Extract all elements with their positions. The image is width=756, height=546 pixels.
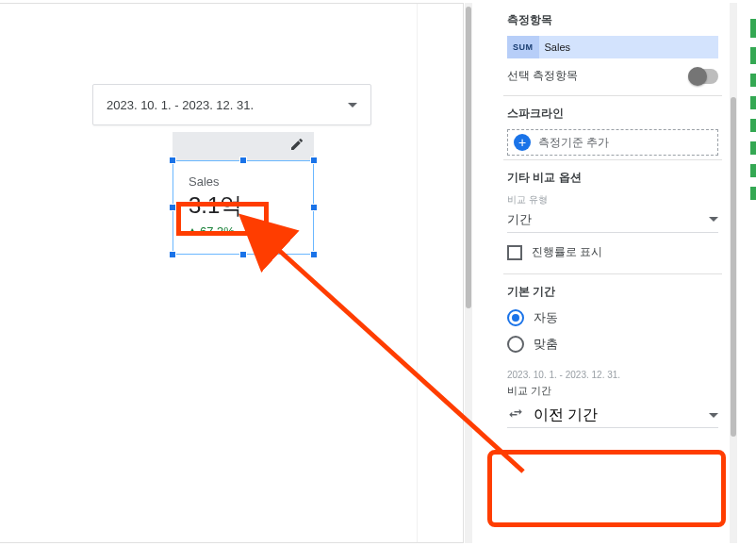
resize-handle[interactable] [310,157,318,164]
plus-icon: + [514,134,531,151]
panel-scrollbar[interactable] [730,3,737,543]
resize-handle[interactable] [239,251,247,258]
chevron-down-icon [709,413,718,418]
resize-handle[interactable] [310,204,318,211]
scorecard-label: Sales [189,174,298,189]
arrow-up-icon [189,228,196,235]
optional-metric-row: 선택 측정항목 [507,68,718,84]
pencil-icon[interactable] [289,137,304,156]
progress-checkbox-row[interactable]: 진행률로 표시 [507,244,718,260]
metric-aggregation-badge: SUM [507,36,539,58]
chevron-down-icon [709,217,718,222]
scorecard-selected[interactable]: Sales 3.1억 67.3% [173,132,314,255]
resize-handle[interactable] [310,251,318,258]
resize-handle[interactable] [169,204,176,211]
add-dimension-label: 측정기준 추가 [538,135,609,151]
compare-type-label: 비교 유형 [507,193,718,207]
compare-range-value: 이전 기간 [534,405,598,425]
edge-indicator [750,19,756,424]
optional-metric-toggle[interactable] [688,69,718,84]
scrollbar-thumb[interactable] [466,7,471,308]
section-metric: 측정항목 SUM Sales 선택 측정항목 [503,3,722,96]
metric-name: Sales [539,41,571,53]
scrollbar-thumb[interactable] [731,97,736,437]
section-other-compare: 기타 비교 옵션 비교 유형 기간 진행률로 표시 [503,160,722,274]
other-compare-title: 기타 비교 옵션 [507,170,718,186]
radio-auto-row[interactable]: 자동 [507,309,718,326]
radio-icon[interactable] [507,336,524,353]
scorecard-delta: 67.3% [189,224,298,239]
sparkline-title: 스파크라인 [507,106,718,122]
compare-type-select[interactable]: 기간 [507,207,718,233]
section-default-range: 기본 기간 자동 맞춤 [503,274,722,366]
report-canvas[interactable]: 2023. 10. 1. - 2023. 12. 31. Sales 3.1억 … [0,3,464,543]
scorecard-delta-value: 67.3% [200,224,235,239]
radio-auto-label: 자동 [534,309,558,326]
radio-custom-label: 맞춤 [534,336,558,353]
resize-handle[interactable] [239,157,247,164]
metric-chip[interactable]: SUM Sales [507,36,718,58]
compare-arrows-icon [507,405,524,426]
compare-range-select[interactable]: 이전 기간 [507,404,718,428]
checkbox-icon[interactable] [507,245,522,260]
properties-panel: 측정항목 SUM Sales 선택 측정항목 스파크라인 + 측정기준 추가 기… [503,3,722,543]
scorecard-value: 3.1억 [189,190,298,221]
scorecard[interactable]: Sales 3.1억 67.3% [173,160,314,255]
progress-checkbox-label: 진행률로 표시 [532,244,602,260]
chevron-down-icon [348,103,357,108]
add-dimension-button[interactable]: + 측정기준 추가 [507,129,718,156]
default-date-small: 2023. 10. 1. - 2023. 12. 31. [507,370,718,380]
section-compare-range: 2023. 10. 1. - 2023. 12. 31. 비교 기간 이전 기간 [503,366,722,432]
compare-range-title: 비교 기간 [507,384,718,398]
resize-handle[interactable] [169,251,176,258]
resize-handle[interactable] [169,157,176,164]
radio-icon[interactable] [507,309,524,326]
default-range-title: 기본 기간 [507,284,718,300]
metric-section-title: 측정항목 [507,12,718,28]
date-range-control[interactable]: 2023. 10. 1. - 2023. 12. 31. [92,84,371,125]
section-sparkline: 스파크라인 + 측정기준 추가 [503,96,722,160]
canvas-scrollbar[interactable] [465,3,472,543]
compare-type-value: 기간 [507,211,532,228]
optional-metric-label: 선택 측정항목 [507,68,578,84]
radio-custom-row[interactable]: 맞춤 [507,336,718,353]
date-range-text: 2023. 10. 1. - 2023. 12. 31. [107,98,254,112]
